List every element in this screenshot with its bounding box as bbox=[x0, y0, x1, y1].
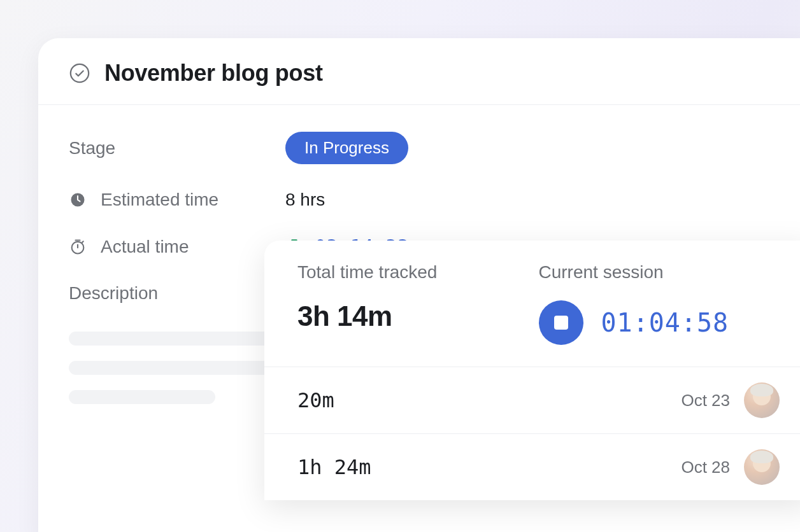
card-header: November blog post bbox=[38, 38, 800, 105]
estimated-value[interactable]: 8 hrs bbox=[285, 190, 325, 210]
stage-label: Stage bbox=[69, 138, 285, 158]
svg-point-0 bbox=[71, 64, 89, 82]
estimated-label: Estimated time bbox=[101, 190, 218, 210]
entry-date: Oct 28 bbox=[681, 458, 730, 477]
entry-date: Oct 23 bbox=[681, 391, 730, 410]
stage-row: Stage In Progress bbox=[69, 132, 782, 164]
time-entry-row[interactable]: 1h 24m Oct 28 bbox=[264, 433, 800, 500]
task-title: November blog post bbox=[104, 60, 323, 87]
avatar bbox=[744, 382, 780, 418]
entry-duration: 1h 24m bbox=[297, 455, 371, 479]
clock-icon bbox=[69, 191, 87, 209]
stop-icon bbox=[554, 316, 568, 330]
entry-duration: 20m bbox=[297, 388, 334, 412]
total-tracked-label: Total time tracked bbox=[297, 262, 539, 283]
total-tracked-value: 3h 14m bbox=[297, 300, 539, 332]
actual-label: Actual time bbox=[101, 237, 189, 257]
estimated-row: Estimated time 8 hrs bbox=[69, 190, 782, 210]
stage-pill[interactable]: In Progress bbox=[285, 132, 408, 164]
check-circle-icon[interactable] bbox=[69, 62, 90, 84]
current-session-value: 01:04:58 bbox=[601, 308, 729, 337]
time-entry-row[interactable]: 20m Oct 23 bbox=[264, 367, 800, 433]
avatar bbox=[744, 449, 780, 485]
stop-timer-button[interactable] bbox=[539, 300, 583, 345]
time-tracker-popover: Total time tracked 3h 14m Current sessio… bbox=[264, 241, 800, 500]
description-placeholder-line bbox=[69, 390, 215, 404]
current-session-label: Current session bbox=[539, 262, 780, 283]
stopwatch-icon bbox=[69, 238, 87, 256]
